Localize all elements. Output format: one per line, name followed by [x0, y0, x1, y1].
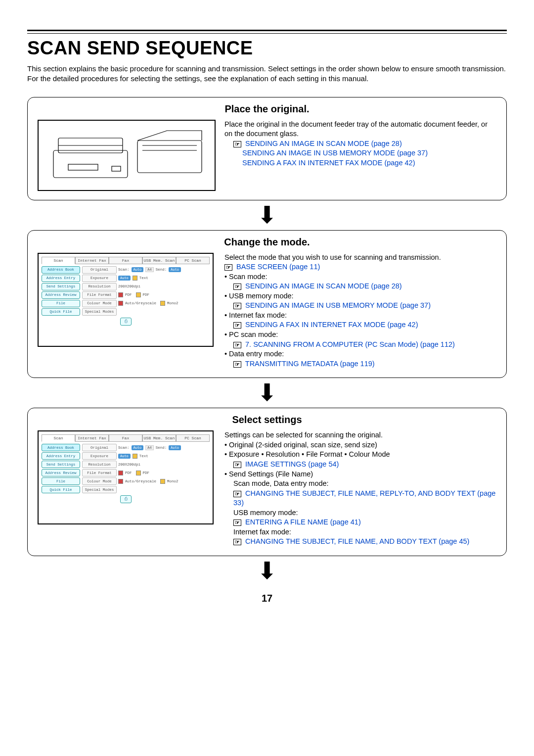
step-select-settings: Select settings ScanInternet FaxFaxUSB M… — [27, 408, 507, 556]
ui-tab[interactable]: Fax — [109, 257, 142, 264]
bullet: • Send Settings (File Name) — [224, 470, 496, 479]
send-mode-label: USB memory mode: — [233, 508, 496, 518]
reference-icon: ☞ — [233, 342, 241, 348]
ui-tab[interactable]: PC Scan — [176, 257, 210, 264]
link-ifax-mode[interactable]: SENDING A FAX IN INTERNET FAX MODE (page… — [242, 159, 415, 167]
ui-setting-value: AutoText — [118, 452, 210, 460]
down-arrow-icon: ⬇ — [27, 559, 507, 583]
ui-setting-value: 200X200dpi — [118, 461, 210, 468]
ui-setting-button[interactable]: File Format — [82, 469, 117, 476]
reference-icon: ☞ — [233, 303, 241, 309]
reference-icon: ☞ — [233, 141, 241, 147]
ui-setting-button[interactable]: Special Modes — [82, 308, 117, 316]
ui-side-button[interactable]: Address Book — [42, 444, 80, 451]
reference-icon: ☞ — [233, 462, 241, 468]
link-usb-mode[interactable]: SENDING AN IMAGE IN USB MEMORY MODE (pag… — [242, 149, 428, 157]
ui-side-button[interactable]: Address Book — [42, 266, 80, 274]
ui-tab[interactable]: Scan — [42, 434, 75, 442]
page-number: 17 — [27, 593, 507, 604]
ui-side-button[interactable]: Address Entry — [42, 275, 80, 282]
ui-side-button[interactable]: Send Settings — [42, 461, 80, 468]
reference-icon: ☞ — [224, 264, 232, 271]
ui-setting-button[interactable]: Exposure — [82, 275, 117, 282]
step-change-mode: Change the mode. ScanInternet FaxFaxUSB … — [27, 230, 507, 378]
ui-setting-button[interactable]: Original — [82, 444, 117, 451]
down-arrow-icon: ⬇ — [27, 203, 507, 227]
send-mode-link[interactable]: CHANGING THE SUBJECT, FILE NAME, AND BOD… — [245, 537, 469, 545]
link-base-screen[interactable]: BASE SCREEN (page 11) — [236, 263, 320, 271]
ui-side-button[interactable]: File — [42, 477, 80, 485]
reference-icon: ☞ — [233, 491, 241, 497]
mode-link[interactable]: SENDING AN IMAGE IN USB MEMORY MODE (pag… — [245, 301, 431, 309]
reference-icon: ☞ — [233, 322, 241, 329]
ui-tab[interactable]: Fax — [109, 434, 142, 442]
mode-label: • Data entry mode: — [224, 349, 496, 359]
mode-label: • USB memory mode: — [224, 291, 496, 301]
mode-link[interactable]: SENDING A FAX IN INTERNET FAX MODE (page… — [245, 321, 418, 329]
ui-tab[interactable]: PC Scan — [176, 434, 210, 442]
bullet: • Exposure • Resolution • File Format • … — [224, 450, 496, 460]
step-heading: Place the original. — [28, 97, 506, 120]
ui-setting-button[interactable]: Exposure — [82, 452, 117, 460]
ui-setting-value: Scan:AutoA4 Send:Auto — [118, 266, 210, 274]
ui-side-button[interactable]: File — [42, 300, 80, 307]
reference-icon: ☞ — [233, 539, 241, 545]
ui-side-button[interactable]: Quick File — [42, 486, 80, 493]
ui-setting-button[interactable]: Colour Mode — [82, 300, 117, 307]
ui-setting-value: PDF PDF — [118, 291, 210, 299]
ui-screenshot: ScanInternet FaxFaxUSB Mem. ScanPC ScanA… — [38, 430, 214, 524]
mode-link[interactable]: TRANSMITTING METADATA (page 119) — [245, 360, 375, 368]
title-rule — [27, 30, 507, 34]
bullet: • Original (2-sided original, scan size,… — [224, 440, 496, 450]
step-body: Select the mode that you wish to use for… — [224, 253, 496, 263]
ui-setting-value — [118, 486, 210, 493]
ui-tab[interactable]: USB Mem. Scan — [142, 257, 176, 264]
ui-side-button[interactable]: Address Review — [42, 291, 80, 299]
ui-screenshot: ScanInternet FaxFaxUSB Mem. ScanPC ScanA… — [38, 253, 214, 347]
printer-illustration — [38, 120, 216, 191]
ui-setting-value: Auto/Greyscale Mono2 — [118, 300, 210, 307]
ui-side-button[interactable]: Address Entry — [42, 452, 80, 460]
ui-setting-button[interactable]: Colour Mode — [82, 477, 117, 485]
ui-setting-button[interactable]: Resolution — [82, 283, 117, 290]
mode-link[interactable]: 7. SCANNING FROM A COMPUTER (PC Scan Mod… — [245, 340, 455, 348]
down-arrow-icon: ⬇ — [27, 381, 507, 405]
ui-preview-button[interactable]: ⎙ — [120, 495, 132, 503]
intro-line-2: For the detailed procedures for selectin… — [27, 74, 368, 83]
ui-tab[interactable]: Scan — [42, 257, 75, 264]
link-scan-mode[interactable]: SENDING AN IMAGE IN SCAN MODE (page 28) — [245, 140, 402, 147]
send-mode-link[interactable]: ENTERING A FILE NAME (page 41) — [245, 518, 361, 526]
ui-setting-button[interactable]: File Format — [82, 291, 117, 299]
ui-side-button[interactable]: Send Settings — [42, 283, 80, 290]
ui-tab[interactable]: Internet Fax — [75, 257, 109, 264]
step-body: Place the original in the document feede… — [224, 120, 496, 139]
svg-rect-3 — [68, 164, 98, 170]
ui-setting-button[interactable]: Special Modes — [82, 486, 117, 493]
ui-setting-button[interactable]: Original — [82, 266, 117, 274]
ui-setting-value: Scan:AutoA4 Send:Auto — [118, 444, 210, 451]
ui-tab[interactable]: USB Mem. Scan — [142, 434, 176, 442]
page-title: SCAN SEND SEQUENCE — [27, 38, 507, 59]
step-heading: Select settings — [28, 408, 506, 430]
send-mode-label: Scan mode, Data entry mode: — [233, 479, 496, 489]
mode-label: • Scan mode: — [224, 272, 496, 282]
ui-setting-value: AutoText — [118, 275, 210, 282]
reference-icon: ☞ — [233, 520, 241, 526]
mode-link[interactable]: SENDING AN IMAGE IN SCAN MODE (page 28) — [245, 282, 402, 290]
ui-side-button[interactable]: Quick File — [42, 308, 80, 316]
ui-preview-button[interactable]: ⎙ — [120, 318, 132, 326]
intro-line-1: This section explains the basic procedur… — [27, 64, 506, 73]
intro-text: This section explains the basic procedur… — [27, 64, 507, 84]
link-image-settings[interactable]: IMAGE SETTINGS (page 54) — [245, 460, 339, 468]
step-body: Settings can be selected for scanning th… — [224, 430, 496, 440]
ui-setting-button[interactable]: Resolution — [82, 461, 117, 468]
step-heading: Change the mode. — [28, 231, 506, 253]
reference-icon: ☞ — [233, 284, 241, 290]
mode-label: • PC scan mode: — [224, 330, 496, 340]
ui-setting-value: Auto/Greyscale Mono2 — [118, 477, 210, 485]
ui-side-button[interactable]: Address Review — [42, 469, 80, 476]
send-mode-link[interactable]: CHANGING THE SUBJECT, FILE NAME, REPLY-T… — [233, 489, 495, 507]
ui-setting-value: 200X200dpi — [118, 283, 210, 290]
ui-tab[interactable]: Internet Fax — [75, 434, 109, 442]
svg-rect-7 — [112, 166, 121, 171]
